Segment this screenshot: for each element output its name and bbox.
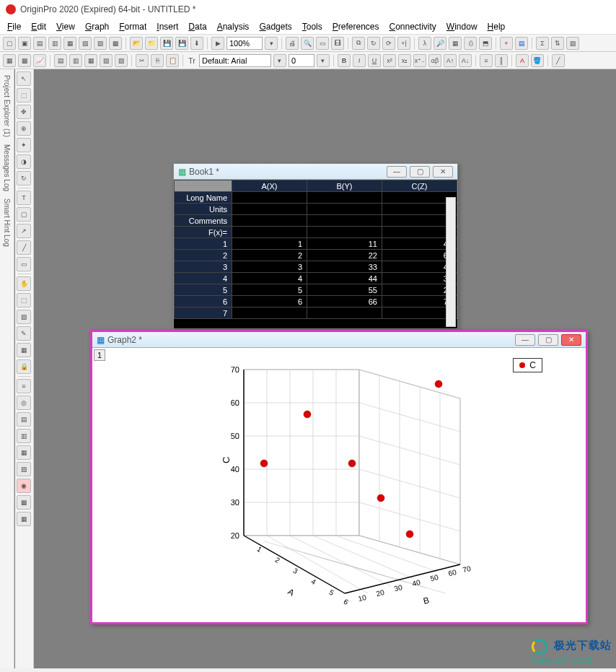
insert-graph-icon[interactable]: ▦ — [17, 343, 31, 357]
paste-icon[interactable]: 📋 — [166, 54, 179, 67]
project-explorer-tab[interactable]: Project Explorer (1) — [3, 75, 11, 137]
wks1-icon[interactable]: ▤ — [54, 54, 67, 67]
save-icon[interactable]: 💾 — [160, 37, 173, 50]
size-dropdown-icon[interactable]: ▾ — [317, 54, 330, 67]
palette3-icon[interactable]: ▤ — [17, 412, 31, 427]
palette7-icon[interactable]: ◉ — [17, 479, 31, 493]
new-layout-icon[interactable]: ▨ — [94, 37, 107, 50]
menu-preferences[interactable]: Preferences — [333, 22, 379, 32]
cell[interactable]: 11 — [307, 238, 382, 250]
duplicate-icon[interactable]: ⧉ — [352, 37, 365, 50]
palette2-icon[interactable]: ◎ — [17, 396, 31, 410]
arrow-tool-icon[interactable]: ↗ — [17, 224, 31, 238]
worksheet-grid[interactable]: A(X) B(Y) C(Z) Long Name Units Comments … — [174, 180, 457, 328]
subsup-icon[interactable]: x⁺₋ — [413, 54, 426, 67]
pan-icon[interactable]: ✥ — [17, 105, 31, 119]
cell[interactable]: 33 — [307, 261, 382, 273]
row-4[interactable]: 4 — [175, 273, 232, 284]
new-matrix-icon[interactable]: ▧ — [79, 37, 92, 50]
font-color-icon[interactable]: A — [516, 54, 529, 67]
merge-icon[interactable]: ⬒ — [479, 37, 492, 50]
print-preview-icon[interactable]: 🔍 — [301, 37, 314, 50]
print-icon[interactable]: 🖨 — [286, 37, 299, 50]
menu-edit[interactable]: Edit — [31, 22, 46, 32]
layer-badge[interactable]: 1 — [94, 349, 105, 361]
menu-window[interactable]: Window — [446, 22, 478, 32]
cell[interactable] — [307, 307, 382, 319]
cell[interactable]: 55 — [307, 284, 382, 296]
font-dropdown-icon[interactable]: ▾ — [273, 54, 286, 67]
open-icon[interactable]: 📂 — [130, 37, 143, 50]
palette9-icon[interactable]: ▦ — [17, 512, 31, 526]
subscript-icon[interactable]: x₂ — [398, 54, 411, 67]
save-template-icon[interactable]: 💾 — [175, 37, 188, 50]
cell[interactable]: 3 — [232, 261, 307, 273]
cell[interactable]: 5 — [232, 284, 307, 296]
vertical-scrollbar[interactable] — [446, 197, 456, 327]
font-input[interactable] — [199, 54, 271, 67]
line-width-icon[interactable]: ║ — [495, 54, 508, 67]
wks4-icon[interactable]: ▧ — [100, 54, 113, 67]
cell[interactable]: 44 — [307, 273, 382, 284]
add-column-icon[interactable]: +| — [397, 37, 410, 50]
smart-hint-log-tab[interactable]: Smart Hint Log — [3, 198, 11, 247]
copy-icon[interactable]: ⎘ — [151, 54, 164, 67]
layer-icon[interactable]: ▦ — [449, 37, 462, 50]
zoom-dropdown-icon[interactable]: ▾ — [265, 37, 278, 50]
menu-file[interactable]: File — [7, 22, 21, 32]
region-icon[interactable]: ⬚ — [17, 293, 31, 307]
rect-tool-icon[interactable]: ▭ — [17, 257, 31, 271]
import-icon[interactable]: ⬇ — [190, 37, 203, 50]
add-red-icon[interactable]: + — [500, 37, 513, 50]
greek-icon[interactable]: αβ — [428, 54, 441, 67]
cut-icon[interactable]: ✂ — [136, 54, 149, 67]
menu-analysis[interactable]: Analysis — [217, 22, 250, 32]
font-size-input[interactable] — [289, 54, 314, 67]
stats-icon[interactable]: Σ — [536, 37, 549, 50]
new-excel-icon[interactable]: ▥ — [48, 37, 61, 50]
palette1-icon[interactable]: ≡ — [17, 379, 31, 393]
menu-graph[interactable]: Graph — [85, 22, 109, 32]
row-fx[interactable]: F(x)= — [175, 227, 232, 238]
menu-gadgets[interactable]: Gadgets — [259, 22, 291, 32]
palette4-icon[interactable]: ▥ — [17, 429, 31, 443]
minimize-button[interactable]: — — [515, 334, 535, 346]
new-project-icon[interactable]: ▢ — [3, 37, 16, 50]
close-button[interactable]: ✕ — [561, 334, 581, 346]
run-icon[interactable]: ▶ — [211, 37, 224, 50]
row-longname[interactable]: Long Name — [175, 192, 232, 204]
open-template-icon[interactable]: 📁 — [145, 37, 158, 50]
lock-icon[interactable]: 🔒 — [17, 359, 31, 374]
line-color-icon[interactable]: ╱ — [552, 54, 565, 67]
mask-icon[interactable]: ▨ — [566, 37, 579, 50]
decrease-font-icon[interactable]: A↓ — [459, 54, 472, 67]
zoom-input[interactable] — [226, 37, 263, 50]
matrix-icon[interactable]: ▩ — [18, 54, 31, 67]
graph-icon[interactable]: 📈 — [33, 54, 46, 67]
pointer-icon[interactable]: ↖ — [17, 71, 31, 86]
sort-icon[interactable]: ⇅ — [551, 37, 564, 50]
wks5-icon[interactable]: ▨ — [115, 54, 128, 67]
movie-icon[interactable]: 🎞 — [331, 37, 344, 50]
row-1[interactable]: 1 — [175, 238, 232, 250]
new-workbook-icon[interactable]: ▤ — [33, 37, 46, 50]
refresh-icon[interactable]: ↻ — [367, 37, 380, 50]
messages-log-tab[interactable]: Messages Log — [3, 144, 11, 191]
menu-data[interactable]: Data — [188, 22, 206, 32]
superscript-icon[interactable]: x² — [383, 54, 396, 67]
cell[interactable]: 66 — [307, 296, 382, 307]
graph-canvas[interactable]: 1 C — [92, 348, 586, 622]
palette5-icon[interactable]: ▦ — [17, 445, 31, 460]
new-graph-icon[interactable]: ▦ — [63, 37, 76, 50]
row-5[interactable]: 5 — [175, 284, 232, 296]
col-header-c[interactable]: C(Z) — [382, 180, 457, 192]
menu-help[interactable]: Help — [488, 22, 506, 32]
cell[interactable] — [232, 307, 307, 319]
italic-icon[interactable]: I — [353, 54, 366, 67]
wks2-icon[interactable]: ▥ — [69, 54, 82, 67]
graph-titlebar[interactable]: ▦ Graph2 * — ▢ ✕ — [92, 332, 586, 348]
palette8-icon[interactable]: ▩ — [17, 495, 31, 510]
underline-icon[interactable]: U — [368, 54, 381, 67]
data-reader-icon[interactable]: ✦ — [17, 138, 31, 152]
col-header-a[interactable]: A(X) — [232, 180, 307, 192]
